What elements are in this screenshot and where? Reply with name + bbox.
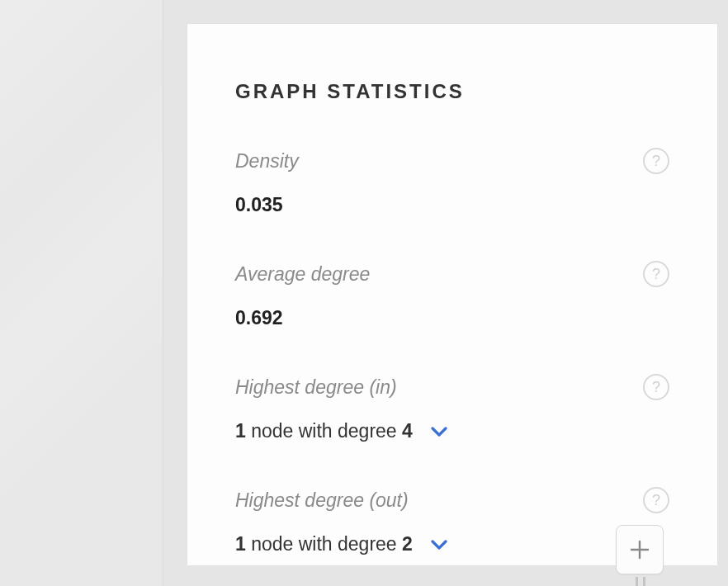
sidebar-background: [0, 0, 163, 586]
stat-density-header: Density ?: [235, 148, 669, 174]
stat-highest-out-label: Highest degree (out): [235, 489, 409, 512]
stat-highest-in-mid: node with degree: [246, 420, 402, 442]
stat-highest-out-header: Highest degree (out) ?: [235, 487, 669, 513]
stat-average-degree-value: 0.692: [235, 307, 669, 329]
stat-highest-out-value-row: 1 node with degree 2: [235, 533, 669, 555]
help-icon[interactable]: ?: [643, 148, 669, 174]
stat-average-degree-header: Average degree ?: [235, 261, 669, 287]
plus-icon: [629, 539, 650, 560]
chevron-down-icon[interactable]: [429, 535, 449, 555]
help-icon[interactable]: ?: [643, 374, 669, 400]
stat-highest-out-degree: 2: [402, 533, 413, 555]
graph-statistics-panel: GRAPH STATISTICS Density ? 0.035 Average…: [187, 23, 718, 566]
stat-highest-in-text: 1 node with degree 4: [235, 420, 413, 442]
stat-highest-in-label: Highest degree (in): [235, 376, 397, 399]
help-icon[interactable]: ?: [643, 261, 669, 287]
stat-highest-out-mid: node with degree: [246, 533, 402, 555]
stat-highest-degree-out: Highest degree (out) ? 1 node with degre…: [235, 487, 669, 555]
stat-density: Density ? 0.035: [235, 148, 669, 216]
stat-highest-in-value-row: 1 node with degree 4: [235, 420, 669, 442]
stat-density-label: Density: [235, 150, 299, 172]
stat-highest-in-count: 1: [235, 420, 246, 442]
stat-highest-degree-in: Highest degree (in) ? 1 node with degree…: [235, 374, 669, 442]
stat-average-degree-label: Average degree: [235, 263, 370, 286]
stat-average-degree: Average degree ? 0.692: [235, 261, 669, 329]
stat-density-value: 0.035: [235, 194, 669, 216]
panel-title: GRAPH STATISTICS: [235, 80, 669, 103]
add-button[interactable]: [616, 525, 664, 574]
slider-handle[interactable]: [636, 577, 645, 586]
chevron-down-icon[interactable]: [429, 422, 449, 442]
stat-highest-out-count: 1: [235, 533, 246, 555]
help-icon[interactable]: ?: [643, 487, 669, 513]
stat-highest-in-header: Highest degree (in) ?: [235, 374, 669, 400]
stat-highest-out-text: 1 node with degree 2: [235, 533, 413, 555]
stat-highest-in-degree: 4: [402, 420, 413, 442]
